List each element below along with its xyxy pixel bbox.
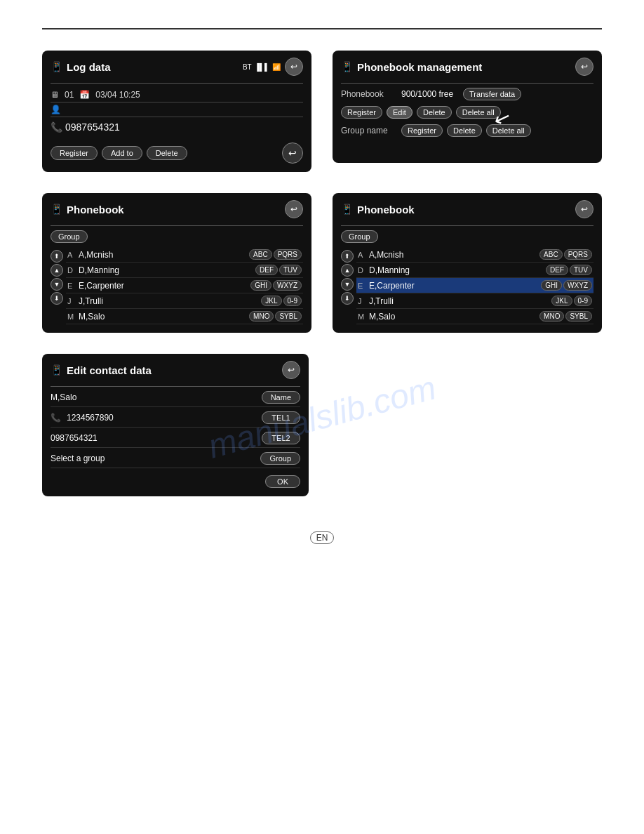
edit-group-button[interactable]: Group [260,452,300,465]
pb-right-header: 📱 Phonebook ↩ [341,200,593,221]
log-data-title: Log data [67,61,111,73]
log-data-header: 📱 Log data BT ▐▌▌ 📶 ↩ [51,58,303,79]
pb-right-nav-down[interactable]: ▼ [341,278,354,291]
pb-left-nav-down[interactable]: ▼ [51,278,63,291]
phonebook-mgmt-count-row: Phonebook 900/1000 free Transfer data [341,88,593,100]
alpha-jkl[interactable]: JKL [261,296,281,306]
pb-right-title: Phonebook [357,204,415,216]
top-divider [42,28,602,29]
alpha-abc[interactable]: ABC [249,249,272,260]
mgmt-edit-button[interactable]: Edit [387,106,412,119]
antenna-icon: 📶 [272,63,281,71]
pb-right-nav-sidebar: ⬆ ▲ ▼ ⬇ [341,247,354,324]
log-entry-icon: 🖥 [51,90,59,100]
status-icons: BT ▐▌▌ 📶 [243,63,281,71]
phonebook-label: Phonebook [341,89,397,99]
log-call-button[interactable]: ↩ [282,143,303,164]
pb-left-row-3[interactable]: E E,Carpenter GHI WXYZ [66,278,303,293]
pb-left-main-list: A A,Mcnish ABC PQRS D D,Manning DEF [66,247,303,324]
transfer-data-button[interactable]: Transfer data [463,88,521,100]
pb-right-row-5[interactable]: M M,Salo MNO SYBL [356,309,593,324]
edit-tel1-value: 1234567890 [67,413,256,423]
log-entry-num: 01 [65,90,74,100]
pb-left-nav-top[interactable]: ⬆ [51,250,63,263]
phonebook-mgmt-screen: 📱 Phonebook management ↩ Phonebook 900/1… [333,51,602,163]
phonebook-mgmt-buttons-row: Register Edit Delete Delete all [341,106,593,119]
group-register-button[interactable]: Register [401,124,443,137]
edit-name-row: M,Salo Name [51,391,300,407]
pb-left-title: Phonebook [67,204,124,216]
pb-right-title-area: 📱 Phonebook [341,204,415,216]
pb-left-nav-bottom[interactable]: ⬇ [51,292,63,305]
group-delete-all-button[interactable]: Delete all [486,124,531,137]
pb-left-list-container: ⬆ ▲ ▼ ⬇ A A,Mcnish ABC PQRS [51,247,303,324]
pb-right-nav-top[interactable]: ⬆ [341,250,354,263]
edit-tel1-row: 📞 1234567890 TEL1 [51,411,300,428]
phonebook-mgmt-back-button[interactable]: ↩ [575,58,593,76]
pb-right-row-3[interactable]: E E,Carpenter GHI WXYZ [356,278,593,293]
pb-left-back-button[interactable]: ↩ [285,200,303,218]
edit-name-value: M,Salo [51,392,256,402]
log-addto-button[interactable]: Add to [102,146,142,160]
edit-contact-screen: 📱 Edit contact data ↩ M,Salo Name 📞 1234… [42,354,309,496]
log-date-icon: 📅 [79,90,90,100]
pb-right-group-button[interactable]: Group [341,230,378,243]
alpha-wxyz[interactable]: WXYZ [273,280,302,291]
pb-left-nav-sidebar: ⬆ ▲ ▼ ⬇ [51,247,63,324]
tel-icon: 📞 [51,121,65,133]
alpha-09[interactable]: 0-9 [283,296,302,306]
group-delete-button[interactable]: Delete [447,124,482,137]
phonebook-mgmt-title-area: 📱 Phonebook management [341,61,482,73]
edit-name-button[interactable]: Name [262,391,300,404]
edit-tel2-button[interactable]: TEL2 [262,432,300,444]
edit-tel2-row: 0987654321 TEL2 [51,432,300,448]
mgmt-register-button[interactable]: Register [341,106,382,119]
pb-right-list-container: ⬆ ▲ ▼ ⬇ A A,Mcnish ABC PQRS [341,247,593,324]
log-person-row: 👤 [51,102,303,117]
phonebook-left-screen: 📱 Phonebook ↩ Group ⬆ ▲ ▼ ⬇ [42,193,311,333]
pb-right-nav-up[interactable]: ▲ [341,264,354,277]
edit-tel1-button[interactable]: TEL1 [262,411,300,424]
empty-space [330,354,602,496]
edit-tel2-value: 0987654321 [51,433,256,443]
edit-group-row: Select a group Group [51,452,300,468]
pb-right-nav-bottom[interactable]: ⬇ [341,292,354,305]
log-date: 03/04 10:25 [95,90,140,100]
pb-left-row-2[interactable]: D D,Manning DEF TUV [66,263,303,278]
alpha-def[interactable]: DEF [255,265,278,275]
edit-contact-title: Edit contact data [67,364,152,376]
phonebook-mgmt-header: 📱 Phonebook management ↩ [341,58,593,79]
alpha-pqrs[interactable]: PQRS [274,249,302,260]
pb-right-row-1[interactable]: A A,Mcnish ABC PQRS [356,247,593,263]
edit-contact-title-area: 📱 Edit contact data [51,364,152,376]
bt-icon: BT [243,63,252,71]
tel1-icon: 📞 [51,413,61,423]
pb-left-row-1[interactable]: A A,Mcnish ABC PQRS [66,247,303,263]
alpha-ghi[interactable]: GHI [250,280,271,291]
pb-right-row-2[interactable]: D D,Manning DEF TUV [356,263,593,278]
phonebook-mgmt-title: Phonebook management [357,61,482,73]
pb-right-row-4[interactable]: J J,Trulli JKL 0-9 [356,293,593,309]
pb-left-row-4[interactable]: J J,Trulli JKL 0-9 [66,293,303,309]
log-delete-button[interactable]: Delete [147,146,187,160]
phonebook-count: 900/1000 free [401,89,453,99]
mgmt-delete-all-button[interactable]: Delete all [456,106,501,119]
pb-right-back-button[interactable]: ↩ [575,200,593,218]
log-register-button[interactable]: Register [51,146,98,160]
pb-left-group-button[interactable]: Group [51,230,88,243]
pb-left-nav-up[interactable]: ▲ [51,264,63,277]
group-name-label: Group name [341,126,397,135]
log-buttons-row: Register Add to Delete ↩ [51,143,303,164]
page-number-container: EN [42,517,602,544]
alpha-tuv[interactable]: TUV [279,265,302,275]
pb-left-header: 📱 Phonebook ↩ [51,200,303,221]
edit-contact-back-button[interactable]: ↩ [282,361,300,379]
mgmt-delete-button[interactable]: Delete [417,106,452,119]
log-data-back-button[interactable]: ↩ [285,58,303,76]
pb-left-group-header: Group [51,230,303,243]
alpha-mno[interactable]: MNO [249,311,274,322]
group-name-row: Group name Register Delete Delete all [341,124,593,137]
edit-ok-button[interactable]: OK [265,475,300,488]
alpha-sybl[interactable]: SYBL [275,311,302,322]
pb-left-row-5[interactable]: M M,Salo MNO SYBL [66,309,303,324]
